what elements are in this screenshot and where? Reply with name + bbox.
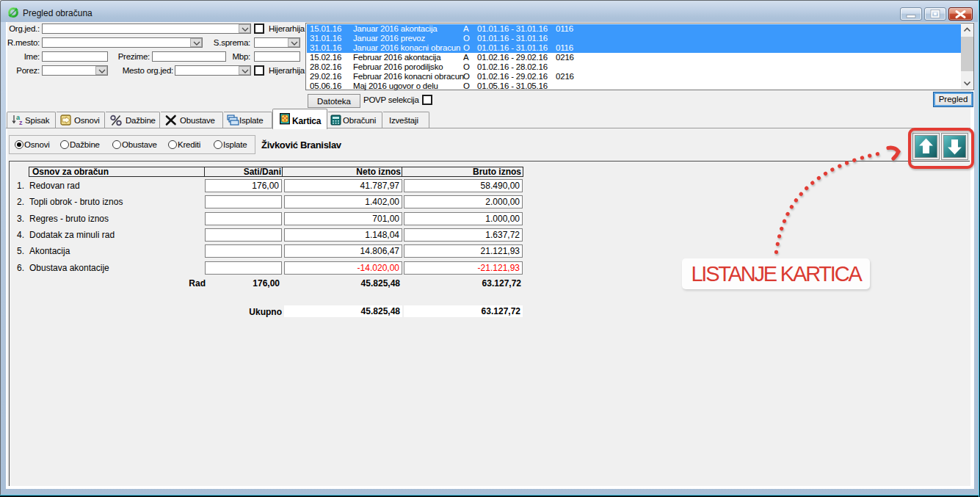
svg-text:z: z: [19, 119, 23, 126]
